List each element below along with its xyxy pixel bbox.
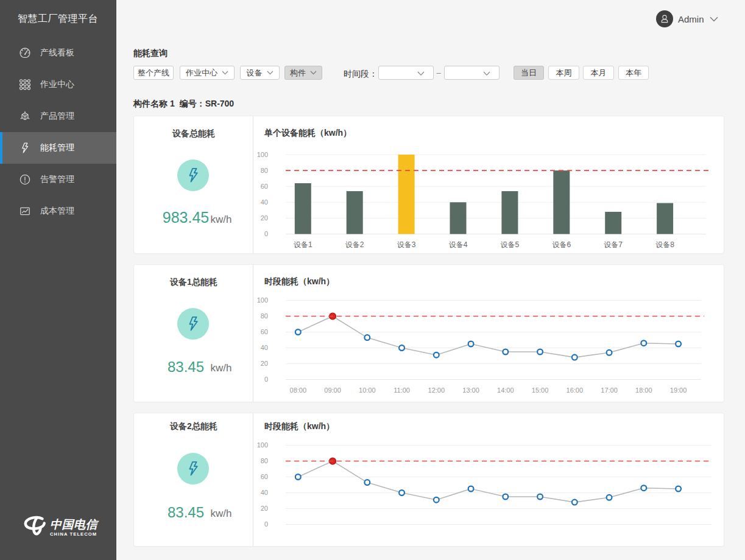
sidebar-item-production-board[interactable]: 产线看板: [0, 37, 116, 69]
time-end-select[interactable]: [444, 66, 500, 80]
filter-component-dropdown[interactable]: 构件: [284, 66, 322, 80]
sidebar-item-label: 成本管理: [40, 206, 74, 217]
svg-text:时段能耗（kw/h）: 时段能耗（kw/h）: [264, 421, 334, 431]
filter-button-label: 构件: [290, 68, 306, 79]
user-menu[interactable]: Admin: [656, 10, 718, 27]
svg-text:设备8: 设备8: [655, 240, 674, 249]
sidebar-item-product-mgmt[interactable]: 产品管理: [0, 100, 116, 132]
svg-text:16:00: 16:00: [567, 387, 584, 394]
svg-text:单个设备能耗（kw/h）: 单个设备能耗（kw/h）: [264, 128, 351, 138]
svg-text:80: 80: [261, 167, 268, 174]
china-telecom-symbol: [23, 515, 48, 540]
card-title: 设备1总能耗: [134, 278, 253, 286]
period-button-label: 本年: [626, 68, 641, 79]
time-start-select[interactable]: [378, 66, 434, 80]
logo-cn-text: 中国电信: [50, 518, 97, 531]
sidebar-item-label: 告警管理: [40, 174, 74, 185]
filter-whole-line-button[interactable]: 整个产线: [133, 66, 174, 80]
app-title: 智慧工厂管理平台: [18, 13, 98, 26]
time-range-label: 时间段：: [344, 69, 378, 80]
sidebar-item-label: 能耗管理: [40, 142, 74, 153]
sidebar-item-label: 作业中心: [40, 79, 74, 90]
cost-chart-icon: [19, 205, 31, 217]
bar-chart: 单个设备能耗（kw/h）020406080100设备1设备2设备3设备4设备5设…: [253, 116, 724, 256]
dashboard-icon: [19, 47, 31, 59]
svg-text:设备4: 设备4: [449, 240, 468, 249]
svg-text:100: 100: [257, 441, 268, 449]
svg-text:设备7: 设备7: [604, 240, 623, 249]
svg-text:60: 60: [261, 328, 268, 335]
filter-work-center-dropdown[interactable]: 作业中心: [180, 66, 235, 80]
card-title: 设备总能耗: [134, 129, 253, 138]
svg-text:80: 80: [261, 312, 268, 320]
user-name: Admin: [678, 14, 704, 24]
svg-text:12:00: 12:00: [428, 387, 445, 394]
svg-text:19:00: 19:00: [670, 387, 687, 394]
energy-badge: [177, 308, 209, 340]
svg-text:13:00: 13:00: [462, 387, 479, 394]
energy-badge: [177, 159, 209, 191]
card-summary-pane: 设备总能耗 983.45 kw/h: [134, 116, 253, 253]
svg-text:08:00: 08:00: [290, 387, 307, 394]
bolt-icon: [185, 167, 202, 184]
svg-text:设备1: 设备1: [294, 240, 312, 249]
bolt-icon: [185, 460, 202, 478]
component-title: 构件名称 1编号：SR-700: [133, 99, 234, 110]
svg-text:100: 100: [257, 296, 268, 304]
sidebar-item-label: 产品管理: [40, 111, 74, 122]
svg-text:0: 0: [264, 520, 268, 528]
svg-text:设备3: 设备3: [397, 240, 416, 249]
chevron-down-icon: [222, 71, 228, 75]
card-title: 设备2总能耗: [134, 422, 253, 430]
chevron-down-icon: [267, 71, 274, 75]
work-center-icon: [19, 79, 31, 91]
svg-text:20: 20: [261, 505, 268, 512]
svg-text:0: 0: [264, 230, 268, 237]
svg-text:40: 40: [261, 489, 268, 496]
period-button-label: 本周: [556, 68, 572, 79]
period-year-button[interactable]: 本年: [618, 66, 649, 80]
svg-text:15:00: 15:00: [532, 387, 549, 394]
sidebar-nav: 产线看板 作业中心 产品管理: [0, 37, 116, 227]
chevron-down-icon: [417, 68, 425, 79]
svg-text:11:00: 11:00: [394, 387, 410, 394]
value-unit: kw/h: [211, 508, 232, 519]
filter-button-label: 整个产线: [138, 68, 169, 79]
card-summary-pane: 设备2总能耗 83.45 kw/h: [134, 413, 253, 546]
filter-button-label: 作业中心: [186, 68, 217, 79]
component-code: 编号：SR-700: [180, 99, 234, 108]
device1-energy-card: 设备1总能耗 83.45 kw/h 时段能耗（kw/h）020406080100…: [133, 264, 724, 402]
svg-text:20: 20: [261, 214, 268, 222]
sidebar-item-alarm-mgmt[interactable]: 告警管理: [0, 164, 116, 195]
svg-text:时段能耗（kw/h）: 时段能耗（kw/h）: [264, 276, 334, 286]
card-summary-pane: 设备1总能耗 83.45 kw/h: [134, 265, 253, 402]
chevron-down-icon: [483, 68, 490, 79]
user-icon: [659, 13, 670, 24]
filter-device-dropdown[interactable]: 设备: [240, 66, 280, 80]
sidebar-item-cost-mgmt[interactable]: 成本管理: [0, 195, 116, 227]
period-week-button[interactable]: 本周: [548, 66, 579, 80]
energy-bolt-icon: [19, 142, 31, 154]
component-name: 构件名称 1: [133, 99, 175, 108]
period-button-label: 本月: [591, 68, 607, 79]
range-separator: –: [436, 66, 442, 80]
svg-text:18:00: 18:00: [635, 387, 652, 394]
china-telecom-logo: 中国电信 CHINA TELECOM: [23, 515, 97, 540]
period-button-label: 当日: [521, 68, 537, 79]
sidebar-item-work-center[interactable]: 作业中心: [0, 69, 116, 100]
chevron-down-icon: [710, 16, 718, 22]
product-cube-icon: [19, 110, 31, 122]
svg-text:10:00: 10:00: [359, 387, 376, 394]
svg-text:设备5: 设备5: [501, 240, 520, 249]
bolt-icon: [185, 315, 202, 333]
value-unit: kw/h: [211, 214, 232, 225]
svg-text:14:00: 14:00: [497, 387, 514, 394]
sidebar-item-energy-mgmt[interactable]: 能耗管理: [0, 132, 116, 164]
avatar: [656, 10, 673, 27]
svg-text:60: 60: [261, 473, 268, 480]
svg-text:设备6: 设备6: [552, 240, 571, 249]
period-month-button[interactable]: 本月: [583, 66, 614, 80]
period-day-button[interactable]: 当日: [514, 66, 544, 80]
logo-en-text: CHINA TELECOM: [50, 531, 97, 537]
svg-text:40: 40: [261, 344, 268, 351]
